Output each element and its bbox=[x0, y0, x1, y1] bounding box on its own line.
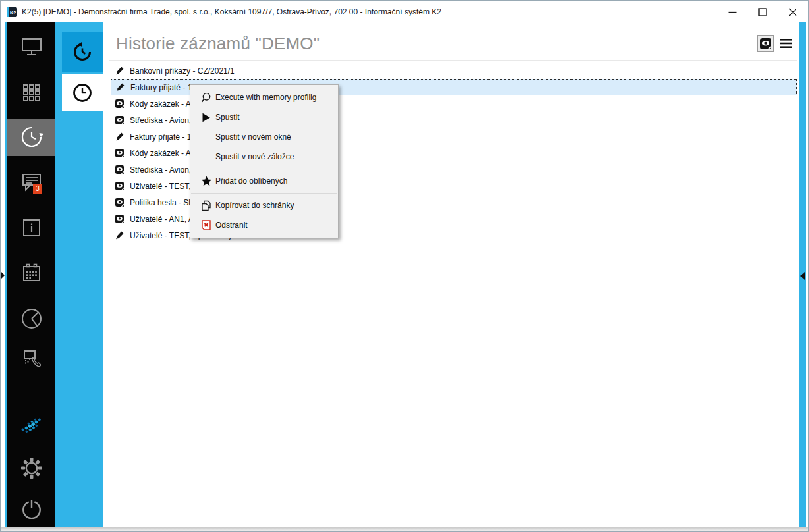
sidebar-item-desktop[interactable] bbox=[7, 28, 55, 65]
menu-item-execute-memory-profiling[interactable]: Execute with memory profilig bbox=[190, 88, 338, 107]
k2-app-icon: K2 bbox=[7, 7, 17, 17]
pencil-icon bbox=[115, 132, 124, 141]
view-mode-button[interactable] bbox=[757, 35, 774, 52]
eye-document-icon bbox=[115, 149, 124, 157]
apps-grid-icon bbox=[22, 83, 42, 103]
app-window: K2 K2(5) [DEMO] - Demonstrační firma Tra… bbox=[0, 0, 809, 532]
subsidebar-item-record-history[interactable] bbox=[62, 32, 103, 72]
maximize-icon bbox=[758, 8, 767, 16]
list-item-label: Střediska - Avion, bbox=[130, 165, 191, 174]
info-icon bbox=[22, 218, 42, 238]
pencil-icon bbox=[115, 66, 124, 75]
list-item-label: Bankovní příkazy - CZ/2021/1 bbox=[130, 66, 235, 76]
subsidebar-item-recent[interactable] bbox=[62, 74, 103, 111]
sidebar-item-info[interactable] bbox=[7, 209, 55, 246]
hamburger-menu-button[interactable] bbox=[780, 38, 792, 49]
list-item-label: Uživatelé - TEST, S bbox=[130, 182, 198, 191]
list-item-label: Kódy zakázek - AB bbox=[130, 149, 196, 158]
secondary-sidebar bbox=[55, 22, 103, 527]
gear-icon bbox=[20, 456, 43, 480]
list-item-label: Kódy zakázek - AB bbox=[130, 99, 196, 109]
eye-document-icon bbox=[115, 99, 124, 108]
main-content: Historie záznamů "DEMO" Bankovní příkazy… bbox=[103, 22, 799, 527]
pencil-icon bbox=[116, 83, 125, 92]
k2-dots-icon bbox=[18, 416, 45, 435]
menu-separator bbox=[191, 169, 337, 169]
list-item-label: Faktury přijaté - 1 bbox=[130, 83, 192, 92]
list-item-label: Politika hesla - Sla bbox=[130, 198, 195, 207]
pie-chart-icon bbox=[20, 307, 43, 331]
menu-separator bbox=[191, 193, 337, 194]
delete-icon bbox=[198, 220, 214, 230]
bottom-frame bbox=[1, 527, 808, 531]
list-item-label: Faktury přijaté - 1 bbox=[130, 132, 191, 142]
menu-item-spustit-nova-zalozka[interactable]: Spustit v nové záložce bbox=[190, 147, 338, 167]
copy-icon bbox=[198, 200, 214, 211]
eye-document-icon bbox=[115, 165, 124, 174]
magnifier-icon bbox=[198, 92, 214, 103]
minimize-icon bbox=[728, 8, 737, 16]
list-item-label: Střediska - Avion, bbox=[130, 116, 191, 125]
menu-item-pridat-do-oblibenych[interactable]: Přidat do oblíbených bbox=[190, 171, 338, 191]
menu-item-spustit-nove-okno[interactable]: Spustit v novém okně bbox=[190, 127, 338, 147]
list-item-label: Uživatelé - AN1, An bbox=[130, 215, 198, 224]
history-clock-icon bbox=[71, 41, 94, 63]
minimize-button[interactable] bbox=[717, 1, 747, 22]
star-icon bbox=[198, 176, 214, 186]
sidebar-item-calendar[interactable] bbox=[7, 255, 55, 292]
hamburger-icon bbox=[780, 38, 792, 49]
eye-document-icon bbox=[115, 116, 124, 124]
pencil-icon bbox=[115, 231, 124, 240]
eye-document-icon bbox=[115, 215, 124, 223]
svg-text:K2: K2 bbox=[10, 10, 16, 14]
expand-left-handle[interactable] bbox=[1, 271, 5, 279]
sidebar-item-history[interactable] bbox=[7, 119, 55, 155]
sidebar-item-reports[interactable] bbox=[7, 300, 55, 337]
collapse-right-handle[interactable] bbox=[800, 272, 805, 280]
close-icon bbox=[789, 8, 797, 16]
history-icon bbox=[20, 125, 43, 149]
eye-document-icon bbox=[115, 182, 124, 190]
menu-item-spustit[interactable]: Spustit bbox=[190, 107, 338, 127]
maximize-button[interactable] bbox=[747, 1, 777, 22]
power-icon bbox=[20, 498, 43, 520]
sidebar-item-modules[interactable] bbox=[7, 74, 55, 111]
clock-icon bbox=[72, 82, 93, 103]
messages-badge: 3 bbox=[33, 184, 42, 194]
title-bar[interactable]: K2 K2(5) [DEMO] - Demonstrační firma Tra… bbox=[1, 1, 808, 22]
eye-document-icon bbox=[115, 198, 124, 207]
close-button[interactable] bbox=[777, 1, 808, 22]
main-sidebar: 3 bbox=[7, 22, 55, 527]
list-item[interactable]: Bankovní příkazy - CZ/2021/1 bbox=[111, 63, 797, 79]
sidebar-item-remote-support[interactable] bbox=[7, 342, 55, 379]
context-menu: Execute with memory profilig Spustit Spu… bbox=[190, 84, 339, 238]
play-icon bbox=[198, 113, 214, 122]
sidebar-item-messages[interactable]: 3 bbox=[7, 164, 55, 201]
sidebar-item-power[interactable] bbox=[7, 491, 55, 527]
calendar-icon bbox=[21, 263, 42, 284]
remote-support-icon bbox=[20, 349, 43, 371]
title-divider bbox=[109, 60, 797, 61]
sidebar-item-k2-logo[interactable] bbox=[7, 407, 55, 444]
sidebar-item-settings[interactable] bbox=[7, 450, 55, 487]
eye-document-icon bbox=[760, 38, 771, 49]
page-title: Historie záznamů "DEMO" bbox=[116, 34, 320, 54]
window-title: K2(5) [DEMO] - Demonstrační firma Trade,… bbox=[22, 7, 441, 16]
menu-item-odstranit[interactable]: Odstranit bbox=[190, 215, 338, 235]
monitor-icon bbox=[20, 37, 43, 57]
menu-item-kopirovat-do-schranky[interactable]: Kopírovat do schránky bbox=[190, 196, 338, 215]
